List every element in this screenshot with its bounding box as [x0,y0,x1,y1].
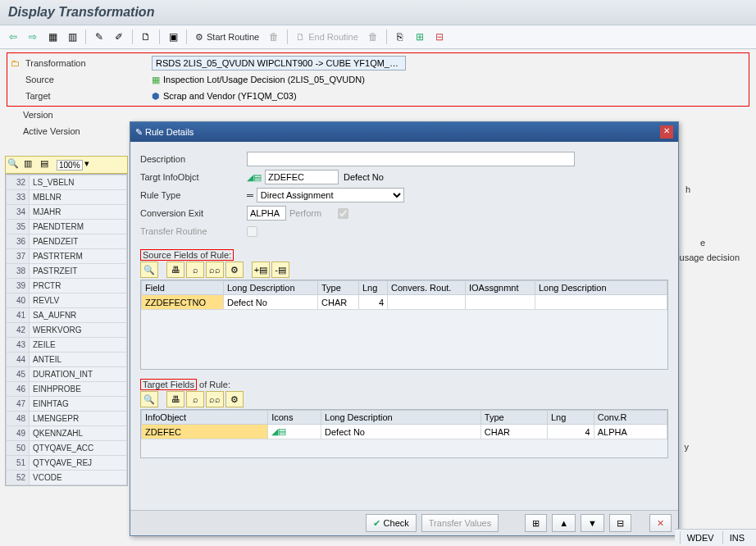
tgt-col-desc[interactable]: Long Description [321,411,481,425]
list-item[interactable]: 41SA_AUFNR [7,308,127,323]
target-fields-grid[interactable]: InfoObject Icons Long Description Type L… [140,409,668,458]
row-field: PASTRTERM [30,249,127,264]
check-button[interactable]: ✔Check [366,514,417,532]
copy-icon[interactable]: ⎘ [392,29,408,45]
row-num: 49 [7,426,30,441]
start-routine-button[interactable]: ⚙Start Routine [192,32,262,43]
tree-icon-2[interactable]: ⊟ [431,29,448,45]
tgt-conv: ALPHA [594,425,667,439]
row-field: QKENNZAHL [30,426,127,441]
binoc-icon-2[interactable]: ⌕⌕ [206,391,224,407]
src-col-lng[interactable]: Lng [359,281,388,295]
columns-icon[interactable]: ▥ [24,158,39,171]
row-field: LMENGEPR [30,412,127,426]
list-item[interactable]: 38PASTRZEIT [7,264,127,279]
prev-button[interactable]: ▲ [552,514,576,532]
list-item[interactable]: 32LS_VBELN [7,175,127,190]
pencil-icon[interactable]: ✐ [111,29,127,45]
filter-icon-2[interactable]: ⌕ [186,391,204,407]
list-item[interactable]: 47EINHTAG [7,397,127,412]
tree-icon[interactable]: ⊞ [412,29,428,45]
find-icon[interactable]: 🔍 [7,158,22,171]
detail-icon-2[interactable]: 🔍 [140,391,158,407]
source-fields-grid[interactable]: Field Long Description Type Lng Convers.… [140,280,668,370]
list-item[interactable]: 48LMENGEPR [7,412,127,426]
list-item[interactable]: 33MBLNR [7,190,127,205]
list-item[interactable]: 34MJAHR [7,205,127,220]
list-item[interactable]: 42WERKVORG [7,323,127,338]
doc-icon[interactable]: 🗋 [138,29,154,45]
layout-icon[interactable]: ▣ [165,29,181,45]
row-num: 35 [7,220,30,234]
list-item[interactable]: 44ANTEIL [7,353,127,367]
delete-icon-2[interactable]: 🗑 [365,29,381,45]
table-row[interactable]: ZDEFEC ◢▤ Defect No CHAR 4 ALPHA [142,425,667,439]
detail-icon[interactable]: 🔍 [140,262,158,278]
list-item[interactable]: 50QTYQAVE_ACC [7,441,127,456]
src-col-field[interactable]: Field [142,281,224,295]
filter-icon[interactable]: ⌕ [186,262,204,278]
source-icon: ▦ [152,75,160,85]
list-item[interactable]: 52VCODE [7,471,127,485]
close-icon[interactable]: ✕ [660,125,673,139]
zoom-dropdown-icon[interactable]: ▾ [84,158,99,171]
src-col-type[interactable]: Type [318,281,359,295]
row-field: ZEILE [30,338,127,353]
tgt-col-lng[interactable]: Lng [547,411,594,425]
list-item[interactable]: 40REVLV [7,293,127,308]
print-icon-2[interactable]: 🖶 [166,391,184,407]
tgt-desc: Defect No [321,425,481,439]
calc-button[interactable]: ⊞ [525,514,547,532]
add-row-icon[interactable]: +▤ [252,262,270,278]
src-col-desc[interactable]: Long Description [224,281,318,295]
row-num: 38 [7,264,30,279]
tgt-col-conv[interactable]: Conv.R [594,411,667,425]
row-num: 47 [7,397,30,412]
row-field: EINHTAG [30,397,127,412]
list-item[interactable]: 43ZEILE [7,338,127,353]
cancel-button[interactable]: ✕ [649,514,672,532]
list-item[interactable]: 39PRCTR [7,279,127,293]
source-label: Source [25,75,152,84]
list-item[interactable]: 49QKENNZAHL [7,426,127,441]
row-field: SA_AUFNR [30,308,127,323]
tgt-col-io[interactable]: InfoObject [142,411,268,425]
row-field: PASTRZEIT [30,264,127,279]
end-routine-button[interactable]: 🗋End Routine [293,32,362,42]
delete-icon[interactable]: 🗑 [266,29,282,45]
print-icon[interactable]: 🖶 [166,262,184,278]
zoom-value[interactable]: 100% [57,160,83,171]
rows-icon[interactable]: ▤ [40,158,55,171]
list-item[interactable]: 35PAENDTERM [7,220,127,234]
del-row-icon[interactable]: -▤ [271,262,289,278]
row-num: 34 [7,205,30,220]
next-button[interactable]: ▼ [581,514,604,532]
forward-icon[interactable]: ⇨ [25,29,41,45]
transfer-values-button[interactable]: Transfer Values [421,514,499,532]
tgt-col-type[interactable]: Type [480,411,547,425]
table-row[interactable]: ZZDEFECTNO Defect No CHAR 4 [142,295,667,310]
description-input[interactable] [247,152,575,166]
src-col-ldesc[interactable]: Long Description [535,281,667,295]
list-item[interactable]: 45DURATION_INT [7,367,127,382]
view-icon[interactable]: ▦ [44,29,61,45]
wand-icon[interactable]: ✎ [91,29,107,45]
binoc-icon[interactable]: ⌕⌕ [206,262,224,278]
rule-type-select[interactable]: Direct Assignment [257,188,404,202]
src-col-io[interactable]: IOAssgnmnt [466,281,535,295]
list-item[interactable]: 36PAENDZEIT [7,234,127,249]
row-field: PAENDTERM [30,220,127,234]
back-icon[interactable]: ⇦ [5,29,21,45]
list-item[interactable]: 37PASTRTERM [7,249,127,264]
settings-icon-2[interactable]: ⚙ [225,391,244,407]
row-num: 39 [7,279,30,293]
list-item[interactable]: 51QTYQAVE_REJ [7,456,127,471]
src-col-conv[interactable]: Convers. Rout. [388,281,466,295]
row-num: 51 [7,456,30,471]
row-field: LS_VBELN [30,175,127,190]
last-button[interactable]: ⊟ [609,514,631,532]
menu-icon[interactable]: ▥ [64,29,80,45]
settings-icon[interactable]: ⚙ [225,262,244,278]
list-item[interactable]: 46EINHPROBE [7,382,127,397]
tgt-col-icons[interactable]: Icons [268,411,321,425]
